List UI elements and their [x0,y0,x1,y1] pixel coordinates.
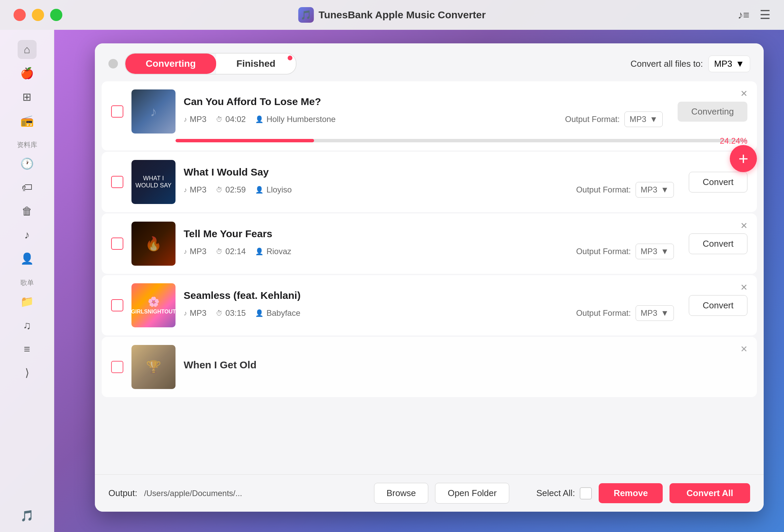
song-3-checkbox[interactable] [111,238,123,250]
sidebar-item-recent[interactable]: 🕐 [18,154,37,173]
song-2-format-dropdown[interactable]: MP3 ▼ [636,182,674,198]
song-2-checkbox[interactable] [111,176,123,188]
song-5-thumbnail: 🏆 [131,345,176,389]
sidebar-item-settings[interactable]: 🎵 [18,506,37,525]
tab-group: Converting Finished [125,53,296,75]
song-3-meta: ♪ MP3 ⏱ 02:14 👤 Riovaz [184,244,674,259]
song-card-2: ✕ WHAT I WOULD SAY What I Would Say ♪ [102,152,757,212]
app-title: 🎵 TunesBank Apple Music Converter [298,0,486,30]
song-1-progress-text: 24.24% [720,136,747,146]
remove-button[interactable]: Remove [599,483,663,503]
sidebar-item-radio[interactable]: 📻 [18,111,37,130]
music-note-icon-4: ♪ [184,309,187,317]
sidebar-item-profile[interactable]: 👤 [18,249,37,268]
song-card-2-top: WHAT I WOULD SAY What I Would Say ♪ MP3 … [111,160,747,204]
clock-icon-3: ⏱ [216,248,223,255]
select-all-area: Select All: [536,487,592,499]
song-card-4-top: 🌸 GIRLSNIGHTOUT Seamless (feat. Kehlani)… [111,283,747,327]
format-select[interactable]: MP3 ▼ [708,56,750,72]
close-song-1-button[interactable]: ✕ [738,87,750,100]
song-card-1: ✕ ♪ Can You Afford To Lose Me? ♪ MP3 [102,81,757,150]
song-5-info: When I Get Old [184,359,747,375]
sidebar-item-home[interactable]: ⌂ [18,40,37,59]
song-3-convert-button[interactable]: Convert [689,233,747,254]
traffic-lights [14,9,62,21]
song-card-3: ✕ 🔥 Tell Me Your Fears ♪ MP3 [102,213,757,274]
song-2-artist: 👤 Lloyiso [255,185,292,195]
song-1-meta: ♪ MP3 ⏱ 04:02 👤 Holly Humberstone [184,111,663,127]
person-icon-3: 👤 [255,247,264,255]
dropdown-arrow-icon-3: ▼ [661,247,669,256]
format-value: MP3 [714,59,732,69]
sidebar-item-folder[interactable]: 📁 [18,292,37,311]
output-path: /Users/apple/Documents/... [144,489,367,498]
window-right-icons: ♪≡ ☰ [738,8,770,22]
browse-button[interactable]: Browse [374,483,429,504]
song-3-title: Tell Me Your Fears [184,228,674,240]
add-circle-button[interactable]: + [730,145,757,172]
song-3-output-format: Output Format: MP3 ▼ [576,244,674,259]
song-1-format-dropdown[interactable]: MP3 ▼ [624,111,663,127]
app-icon: 🎵 [298,7,314,23]
song-card-5: ✕ 🏆 When I Get Old [102,337,757,397]
song-4-title: Seamless (feat. Kehlani) [184,290,674,301]
close-song-4-button[interactable]: ✕ [738,281,750,293]
sidebar-item-delete[interactable]: 🗑 [18,202,37,221]
song-5-title: When I Get Old [184,359,747,371]
song-4-artist: 👤 Babyface [255,308,300,318]
am-sidebar: ⌂ 🍎 ⊞ 📻 资料库 🕐 🏷 🗑 ♪ 👤 歌单 📁 ♫ ≡ ⟩ 🎵 [0,30,54,532]
convert-all-button[interactable]: Convert All [669,483,750,503]
song-1-output-format: Output Format: MP3 ▼ [565,111,663,127]
song-2-info: What I Would Say ♪ MP3 ⏱ 02:59 � [184,166,674,198]
song-2-duration: ⏱ 02:59 [216,185,246,195]
sidebar-item-songs3[interactable]: ⟩ [18,363,37,382]
clock-icon-1: ⏱ [216,116,223,123]
panel-footer: Output: /Users/apple/Documents/... Brows… [95,474,764,512]
song-card-5-top: 🏆 When I Get Old [111,345,747,389]
dropdown-arrow-icon-4: ▼ [661,308,669,318]
minimize-light[interactable] [32,9,44,21]
song-4-convert-button[interactable]: Convert [689,295,747,316]
sidebar-item-library[interactable]: ⊞ [18,87,37,106]
song-4-format-dropdown[interactable]: MP3 ▼ [636,305,674,321]
sidebar-item-music[interactable]: ♪ [18,225,37,244]
song-5-checkbox[interactable] [111,361,123,373]
song-3-info: Tell Me Your Fears ♪ MP3 ⏱ 02:14 [184,228,674,259]
close-song-5-button[interactable]: ✕ [738,343,750,355]
clock-icon-4: ⏱ [216,309,223,317]
dropdown-arrow-icon: ▼ [736,59,744,69]
song-1-artist: 👤 Holly Humberstone [255,115,335,124]
sidebar-item-tag[interactable]: 🏷 [18,178,37,197]
header-right: Convert all files to: MP3 ▼ [631,56,750,72]
sidebar-bottom-icon[interactable]: 🎵 [18,506,37,525]
song-3-format-dropdown[interactable]: MP3 ▼ [636,244,674,259]
tab-finished[interactable]: Finished [216,54,296,74]
panel-header: Converting Finished Convert all files to… [95,43,764,75]
open-folder-button[interactable]: Open Folder [435,483,509,504]
song-4-checkbox[interactable] [111,299,123,311]
select-all-label: Select All: [536,488,575,498]
song-1-checkbox[interactable] [111,105,123,118]
header-dot [108,59,118,68]
select-all-checkbox[interactable] [580,487,592,499]
song-3-duration: ⏱ 02:14 [216,247,246,256]
song-1-info: Can You Afford To Lose Me? ♪ MP3 ⏱ 04:02 [184,96,663,127]
song-2-convert-button[interactable]: Convert [689,172,747,192]
sidebar-item-apple-music[interactable]: 🍎 [18,64,37,83]
song-card-4: ✕ 🌸 GIRLSNIGHTOUT Seamless (feat. Kehlan… [102,275,757,335]
playlist-icon[interactable]: ♪≡ [738,9,749,21]
close-light[interactable] [14,9,26,21]
song-4-thumbnail: 🌸 GIRLSNIGHTOUT [131,283,176,327]
sidebar-item-songs1[interactable]: ♫ [18,316,37,335]
menu-icon[interactable]: ☰ [760,8,770,22]
song-1-converting-button[interactable]: Converting [678,102,747,122]
sidebar-section-label: 资料库 [0,140,54,149]
maximize-light[interactable] [50,9,62,21]
sidebar-item-songs2[interactable]: ≡ [18,340,37,359]
app-title-text: TunesBank Apple Music Converter [318,9,486,21]
song-2-title: What I Would Say [184,166,674,178]
close-song-3-button[interactable]: ✕ [738,220,750,232]
song-2-meta: ♪ MP3 ⏱ 02:59 👤 Lloyiso [184,182,674,198]
plus-icon: + [738,150,748,167]
tab-converting[interactable]: Converting [125,54,216,74]
